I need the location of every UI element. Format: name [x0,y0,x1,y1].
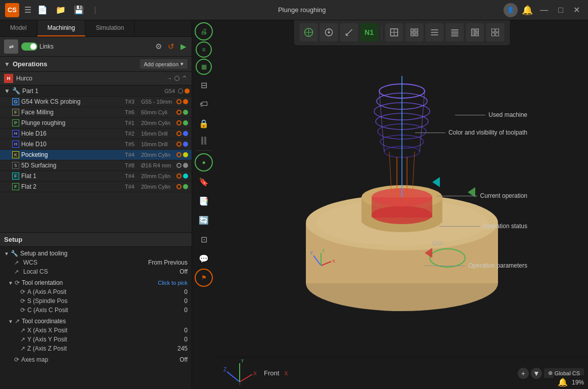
part-expand-arrow[interactable]: ▼ [4,88,10,95]
measure-btn[interactable] [340,23,358,41]
tool-orient-label: Tool orientation [22,279,63,286]
op-dot-face [183,110,188,115]
bookmark2-btn[interactable]: 📑 [195,192,213,210]
close-button[interactable]: ✕ [570,4,583,16]
table-row[interactable]: K Pocketing T#4 20mm Cylin [0,150,192,160]
svg-rect-1 [204,137,206,145]
ops-toolbar: ⇌ Links ⚙ ↺ ▶ [0,37,192,57]
table-row[interactable]: G G54 Work CS probing T#3 G55 - 10mm [0,97,192,107]
table-row[interactable]: 5 5D Surfacing T#8 Ø16 R4 mm [0,160,192,171]
list-btn[interactable]: ≡ [196,41,212,58]
op-circle-g54 [176,99,182,104]
hurco-item[interactable]: H Hurco → ⌃ [0,72,192,85]
op-name-plunge: Plunge roughing [21,119,125,126]
part-icon: 🔧 [12,87,20,95]
svg-marker-67 [432,177,440,187]
axis-z-label: Z (Axis Z Posit [27,345,177,352]
settings-icon-btn[interactable]: ⚙ [154,41,163,52]
hurco-scroll[interactable]: ⌃ [182,74,188,82]
tooling-wrench-icon: 🔧 [11,250,18,257]
svg-rect-15 [415,29,418,32]
table-row[interactable]: F Flat 1 T#4 20mm Cylin [0,171,192,182]
coord-sys-btn[interactable] [299,23,318,41]
tool-orientation-header[interactable]: ▼ ⟳ Tool orientation Click to pick [8,278,188,287]
view-toolbar: N1 [294,20,510,45]
circle-mode-btn[interactable]: ● [195,153,213,171]
add-operation-button[interactable]: Add operation ▾ [140,59,188,69]
print-btn[interactable]: 🖨 [195,22,213,40]
part1-item[interactable]: ▼ 🔧 Part 1 G54 [0,85,192,97]
table-row[interactable]: H Hole D10 T#5 10mm Drill [0,139,192,150]
setup-header: Setup [0,233,192,247]
axis-y-item: ↗ Y (Axis Y Posit 0 [8,335,188,344]
tool-coords-label: Tool coordinates [22,318,66,325]
local-cs-label: Local CS [23,268,179,275]
new-file-icon[interactable]: 📄 [35,4,50,16]
links-toggle[interactable]: Links [21,42,54,51]
svg-rect-14 [411,29,414,32]
shading-btn[interactable] [445,23,464,41]
rotate-btn[interactable]: 🔄 [195,211,213,229]
explode-btn[interactable] [466,23,484,41]
refresh-icon-btn[interactable]: ↺ [167,41,175,52]
axis-y-icon: ↗ [20,336,25,343]
grid-btn[interactable]: ▦ [196,59,212,75]
links-switch[interactable] [21,42,37,51]
op-tool-flat2: T#4 [125,184,139,190]
zoom-fit-btn[interactable]: ⊡ [195,230,213,248]
n1-btn[interactable]: N1 [360,23,378,41]
table-row[interactable]: P Plunge roughing T#1 20mm Cylin [0,118,192,128]
bookmark-btn[interactable]: 🔖 [195,172,213,191]
tool-orient-icon: ⟳ [15,279,20,286]
tab-simulation[interactable]: Simulation [85,20,134,36]
mesh-btn[interactable] [385,23,403,41]
layers-btn[interactable]: ⊟ [195,76,213,94]
flag-btn[interactable]: ⚑ [195,269,213,287]
table-row[interactable]: F Flat 2 T#4 20mm Cylin [0,182,192,192]
local-cs-icon: ↗ [14,269,21,275]
zoom-minus-button[interactable]: ▼ [531,368,542,379]
op-circle-flat1 [176,174,182,179]
ops-expand-arrow[interactable]: ▼ [4,61,10,68]
tab-machining[interactable]: Machining [37,20,86,36]
3d-viewport[interactable]: N1 [215,20,588,389]
op-name-g54: G54 Work CS probing [21,98,125,105]
tab-model[interactable]: Model [0,20,37,36]
spindle-label: S (Spindle Pos [27,297,184,305]
hurco-label: Hurco [16,75,32,82]
comment-btn[interactable]: 💬 [195,249,213,268]
left-panel: Model Machining Simulation ⇌ Links ⚙ ↺ ▶… [0,20,192,389]
snap-btn[interactable] [320,23,338,41]
setup-tooling-header[interactable]: ▼ 🔧 Setup and tooling [4,249,188,258]
axis-x-icon: ↗ [20,327,25,334]
save-icon[interactable]: 💾 [72,4,86,16]
tool-orient-action[interactable]: Click to pick [158,280,188,286]
table-row[interactable]: H Hole D16 T#2 16mm Drill [0,128,192,139]
open-file-icon[interactable]: 📁 [54,4,68,16]
ann-used-machine-label: Used machine [488,111,527,118]
table-row[interactable]: F Face Milling T#6 60mm Cyli [0,107,192,118]
multi-view-btn[interactable] [486,23,504,41]
maximize-button[interactable]: □ [555,5,566,16]
menu-icon[interactable]: ☰ [24,5,31,15]
add-op-dropdown-icon[interactable]: ▾ [180,61,184,67]
links-label: Links [39,43,54,50]
play-icon-btn[interactable]: ▶ [179,41,188,52]
tool-coords-header[interactable]: ▼ ↗ Tool coordinates [8,317,188,326]
axis-z-value: 245 [177,345,188,352]
ops-header: ▼ Operations Add operation ▾ [0,57,192,72]
vertical-toolbar: 🖨 ≡ ▦ ⊟ 🏷 🔒 ● 🔖 📑 🔄 ⊡ 💬 ⚑ [192,20,215,389]
notification-bell-icon[interactable]: 🔔 [558,377,568,387]
svg-text:Y: Y [241,359,244,364]
lock-btn[interactable]: 🔒 [195,114,213,133]
op-tool-t6: T#6 [125,109,139,115]
section-btn[interactable] [405,23,423,41]
tag-btn[interactable]: 🏷 [195,95,213,113]
app-title: Plunge roughing [100,6,504,14]
wireframe-btn[interactable] [425,23,443,41]
axes-map-icon: ⟳ [14,356,19,363]
minimize-button[interactable]: — [537,5,551,16]
svg-text:Z: Z [223,367,227,372]
zoom-plus-button[interactable]: + [518,368,529,379]
svg-rect-16 [411,33,414,36]
